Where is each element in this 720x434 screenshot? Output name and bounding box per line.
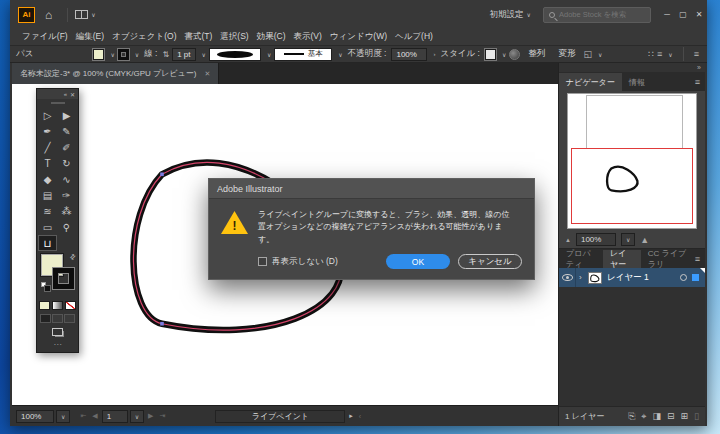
swap-fill-stroke-icon[interactable]: ⇄ — [68, 252, 78, 262]
checkbox-icon[interactable] — [258, 257, 267, 266]
type-tool[interactable]: T — [38, 155, 57, 171]
scroll-left-icon[interactable]: ‹ — [357, 413, 363, 420]
navigator-preview[interactable] — [559, 91, 705, 231]
opacity-flyout-icon[interactable]: › — [433, 51, 435, 57]
menu-help[interactable]: ヘルプ(H) — [391, 31, 437, 43]
expand-layer-icon[interactable]: › — [579, 273, 588, 282]
draw-inside-button[interactable] — [64, 314, 75, 323]
menu-effect[interactable]: 効果(C) — [253, 31, 290, 43]
chevron-down-icon[interactable]: ∨ — [598, 51, 602, 58]
brush-definition[interactable] — [209, 48, 261, 61]
live-paint-bucket-tool[interactable]: ⊔ — [38, 235, 57, 251]
next-artboard-icon[interactable]: ▶ — [146, 412, 155, 420]
tab-layers[interactable]: レイヤー — [603, 250, 641, 268]
eyedropper-tool[interactable]: ✑ — [57, 187, 76, 203]
artboard-dropdown-icon[interactable]: ∨ — [130, 410, 144, 423]
make-mask-icon[interactable]: ◨ — [652, 411, 661, 422]
menu-type[interactable]: 書式(T) — [180, 31, 216, 43]
drag-grip[interactable] — [51, 102, 65, 104]
status-tool-name[interactable]: ライブペイント — [215, 410, 345, 423]
width-profile[interactable]: 基本 — [274, 48, 332, 61]
new-layer-icon[interactable]: ⊞ — [681, 411, 689, 422]
navigator-zoom-value[interactable]: 100% — [576, 233, 616, 246]
color-mode-button[interactable] — [39, 301, 50, 310]
menu-file[interactable]: ファイル(F) — [18, 31, 72, 43]
chevron-down-icon[interactable]: ∨ — [135, 51, 139, 58]
layer-thumbnail[interactable] — [588, 272, 602, 284]
navigator-zoom-dropdown-icon[interactable]: ∨ — [621, 233, 635, 246]
chevron-down-icon[interactable]: ∨ — [267, 51, 271, 58]
panel-menu-icon[interactable]: ≡ — [695, 77, 705, 87]
cancel-button[interactable]: キャンセル — [458, 254, 522, 269]
curvature-tool[interactable]: ✎ — [57, 123, 76, 139]
selection-color-chip[interactable] — [692, 274, 699, 281]
maximize-button[interactable]: ▢ — [675, 0, 691, 29]
chevron-down-icon[interactable]: ∨ — [668, 51, 672, 58]
target-circle-icon[interactable] — [680, 274, 687, 281]
selection-tool[interactable]: ▷ — [38, 107, 57, 123]
chevron-down-icon[interactable]: ∨ — [202, 51, 206, 58]
stroke-weight-value[interactable]: 1 pt — [172, 48, 195, 61]
collect-for-export-icon[interactable]: ⎘ — [628, 411, 635, 422]
line-segment-tool[interactable]: ╱ — [38, 139, 57, 155]
tab-cc-libraries[interactable]: CC ライブラリ — [641, 250, 695, 268]
shape-tool[interactable]: ◆ — [38, 171, 57, 187]
previous-artboard-icon[interactable]: ◀ — [90, 412, 99, 420]
menu-object[interactable]: オブジェクト(O) — [108, 31, 180, 43]
pathfinder-icon[interactable]: ◱ — [583, 49, 592, 59]
arrange-documents-icon[interactable] — [75, 10, 88, 19]
rotate-tool[interactable]: ↻ — [57, 155, 76, 171]
gradient-tool[interactable]: ▤ — [38, 187, 57, 203]
new-sublayer-icon[interactable]: ⊟ — [667, 411, 675, 422]
chevron-down-icon[interactable]: ∨ — [502, 51, 506, 58]
zoom-level[interactable]: 100% — [16, 410, 54, 423]
tab-close-icon[interactable]: ✕ — [204, 70, 210, 78]
close-icon[interactable]: ✕ — [70, 91, 75, 98]
minimize-button[interactable]: ─ — [659, 0, 675, 29]
menu-view[interactable]: 表示(V) — [289, 31, 325, 43]
menu-edit[interactable]: 編集(E) — [72, 31, 108, 43]
search-input[interactable] — [559, 10, 649, 19]
ok-button[interactable]: OK — [386, 254, 450, 269]
chevron-down-icon[interactable]: ∨ — [338, 51, 342, 58]
artboard-tool[interactable]: ▭ — [38, 219, 57, 235]
tab-properties[interactable]: プロパティ — [559, 250, 603, 268]
width-tool[interactable]: ≋ — [38, 203, 57, 219]
menu-window[interactable]: ウィンドウ(W) — [326, 31, 391, 43]
expand-panels-icon[interactable]: » — [697, 63, 701, 72]
tools-panel-header[interactable]: « ✕ — [37, 89, 78, 99]
shaper-tool[interactable]: ∿ — [57, 171, 76, 187]
opacity-value[interactable]: 100% — [391, 48, 427, 61]
home-icon[interactable]: ⌂ — [45, 8, 52, 22]
close-button[interactable]: ✕ — [691, 0, 707, 29]
stroke-color-swatch[interactable] — [118, 49, 129, 60]
default-fill-stroke-icon[interactable] — [41, 282, 46, 287]
fill-color-swatch[interactable] — [93, 49, 104, 60]
draw-normal-button[interactable] — [40, 314, 51, 323]
zoom-tool[interactable]: ⚲ — [57, 219, 76, 235]
dont-show-again-checkbox[interactable]: 再表示しない (D) — [258, 256, 338, 268]
zoom-out-thumbnail-icon[interactable]: ▲ — [565, 237, 571, 243]
delete-layer-icon[interactable]: ▯ — [694, 411, 699, 422]
document-tab[interactable]: 名称未設定-3* @ 100% (CMYK/GPU プレビュー) ✕ — [12, 63, 219, 84]
chevron-down-icon[interactable]: ∨ — [91, 11, 95, 18]
artboard-canvas[interactable]: « ✕ ▷▶✒✎╱✐T↻◆∿▤✑≋⁂▭⚲⊔ ⇄ — [12, 84, 558, 405]
collapse-icon[interactable]: « — [64, 91, 67, 97]
transform-button[interactable]: 変形 — [553, 46, 580, 62]
align-options-icon[interactable]: ≡ — [657, 49, 662, 59]
globe-icon[interactable] — [509, 49, 520, 60]
dialog-titlebar[interactable]: Adobe Illustrator — [209, 179, 534, 199]
status-flyout-icon[interactable]: ▸ — [347, 412, 355, 420]
dock-collapse-strip[interactable]: » — [559, 63, 705, 72]
none-mode-button[interactable] — [65, 301, 76, 310]
pen-tool[interactable]: ✒ — [38, 123, 57, 139]
draw-behind-button[interactable] — [52, 314, 63, 323]
direct-selection-tool[interactable]: ▶ — [57, 107, 76, 123]
panel-menu-icon[interactable]: ≡ — [695, 254, 705, 264]
graphic-style-swatch[interactable] — [485, 49, 496, 60]
layer-row[interactable]: › レイヤー 1 — [559, 268, 705, 287]
chevron-down-icon[interactable]: ∨ — [110, 51, 114, 58]
zoom-dropdown-icon[interactable]: ∨ — [56, 410, 70, 423]
visibility-eye-icon[interactable] — [562, 274, 573, 281]
tab-navigator[interactable]: ナビゲーター — [559, 73, 622, 91]
